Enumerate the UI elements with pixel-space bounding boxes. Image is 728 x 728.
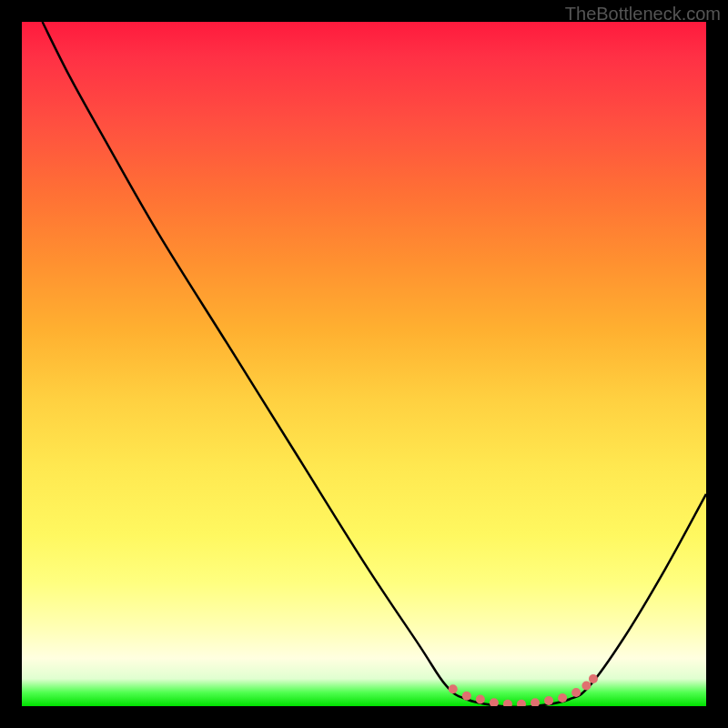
curve-marker [589, 674, 598, 683]
watermark-text: TheBottleneck.com [565, 4, 721, 25]
bottleneck-curve [43, 22, 706, 706]
curve-marker [503, 700, 512, 706]
curve-marker [490, 698, 499, 706]
curve-marker [476, 694, 485, 703]
curve-marker [544, 696, 553, 705]
curve-marker [517, 700, 526, 706]
curve-marker [571, 688, 581, 697]
chart-svg [22, 22, 706, 706]
curve-marker [462, 692, 471, 701]
curve-marker [558, 693, 567, 703]
curve-marker [531, 698, 540, 706]
chart-plot-area [22, 22, 706, 706]
curve-marker [449, 684, 458, 693]
curve-marker [581, 681, 591, 690]
